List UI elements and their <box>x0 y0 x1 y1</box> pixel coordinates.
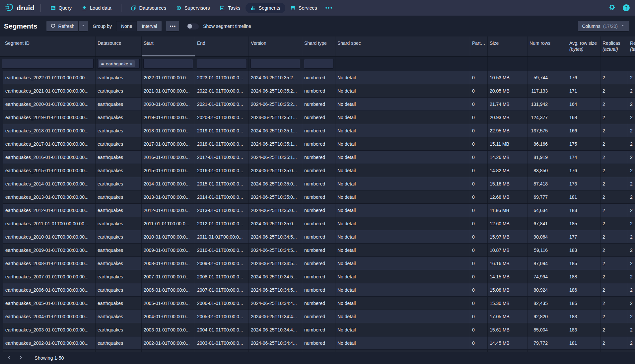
cell-num_rows: 83,850 <box>528 164 567 177</box>
cell-shard_spec: No detail <box>335 283 470 296</box>
table-row[interactable]: earthquakes_2017-01-01T00:00:00.00...ear… <box>3 137 635 151</box>
cell-version: 2024-06-25T10:35:1... <box>249 137 302 150</box>
table-row[interactable]: earthquakes_2015-01-01T00:00:00.00...ear… <box>3 164 635 177</box>
column-header-num_rows[interactable]: Num rows <box>528 36 567 56</box>
cell-version: 2024-06-25T10:34:4... <box>249 310 302 323</box>
prev-page-button[interactable] <box>3 354 15 362</box>
cell-shard_spec: No detail <box>335 177 470 190</box>
table-row[interactable]: earthquakes_2012-01-01T00:00:00.00...ear… <box>3 204 635 217</box>
cell-avg_row_size: 185 <box>567 257 600 270</box>
cell-num_rows: 74,994 <box>528 270 567 283</box>
help-button[interactable]: ? <box>622 4 630 12</box>
refresh-button[interactable]: Refresh <box>46 21 78 31</box>
column-header-start[interactable]: Start <box>142 36 195 56</box>
cell-id: earthquakes_2009-01-01T00:00:00.00... <box>3 244 96 256</box>
cell-version: 2024-06-25T10:35:2... <box>249 84 302 97</box>
column-header-end[interactable]: End <box>195 36 249 56</box>
cell-shard_type: numbered <box>302 124 335 137</box>
group-by-option-interval[interactable]: Interval <box>137 21 162 31</box>
column-header-datasource[interactable]: Datasource <box>96 36 142 56</box>
cell-num_rows: 80,924 <box>528 283 567 296</box>
nav-item-supervisors[interactable]: Supervisors <box>171 3 215 13</box>
chevron-down-icon <box>620 23 625 29</box>
cell-shard_spec: No detail <box>335 297 470 310</box>
column-header-version[interactable]: Version <box>249 36 302 56</box>
table-row[interactable]: earthquakes_2010-01-01T00:00:00.00...ear… <box>3 230 635 244</box>
column-header-replication_factor[interactable]: Replication factor(target) <box>628 36 635 56</box>
table-row[interactable]: earthquakes_2002-01-01T00:00:00.00...ear… <box>3 336 635 350</box>
cell-start: 2007-01-01T00:00:0... <box>142 270 195 283</box>
nav-item-datasources[interactable]: Datasources <box>126 3 171 13</box>
cell-avg_row_size: 185 <box>567 217 600 230</box>
filter-input-id[interactable] <box>2 59 94 69</box>
cell-num_rows: 85,004 <box>528 323 567 336</box>
table-row[interactable]: earthquakes_2004-01-01T00:00:00.00...ear… <box>3 310 635 323</box>
filter-input-end[interactable] <box>197 59 247 69</box>
filter-input-datasource[interactable]: =earthquake× <box>97 59 140 69</box>
nav-item-tasks[interactable]: Tasks <box>215 3 245 13</box>
remove-filter-icon[interactable]: × <box>130 61 133 66</box>
table-row[interactable]: earthquakes_2007-01-01T00:00:00.00...ear… <box>3 270 635 283</box>
nav-item-services[interactable]: Services <box>285 3 322 13</box>
nav-item-segments[interactable]: Segments <box>246 3 285 13</box>
cell-size: 15.11 MB <box>488 137 528 150</box>
cell-start: 2002-01-01T00:00:0... <box>142 336 195 349</box>
filter-input-start[interactable] <box>143 59 193 69</box>
cell-shard_spec: No detail <box>335 164 470 177</box>
filter-input-version[interactable] <box>250 59 300 69</box>
table-row[interactable]: earthquakes_2021-01-01T00:00:00.00...ear… <box>3 84 635 98</box>
cell-replicas: 2 <box>600 111 628 124</box>
table-row[interactable]: earthquakes_2014-01-01T00:00:00.00...ear… <box>3 177 635 190</box>
cell-start: 2003-01-01T00:00:0... <box>142 323 195 336</box>
nav-item-query[interactable]: Query <box>45 3 77 13</box>
table-row[interactable]: earthquakes_2019-01-01T00:00:00.00...ear… <box>3 111 635 124</box>
refresh-dropdown-button[interactable] <box>79 21 88 31</box>
cell-datasource: earthquakes <box>96 151 142 164</box>
toolbar-more-button[interactable]: ••• <box>166 21 179 31</box>
app-logo[interactable]: druid <box>5 3 35 13</box>
cell-replicas: 2 <box>600 217 628 230</box>
cell-datasource: earthquakes <box>96 204 142 217</box>
table-row[interactable]: earthquakes_2022-01-01T00:00:00.00...ear… <box>3 71 635 84</box>
table-row[interactable]: earthquakes_2005-01-01T00:00:00.00...ear… <box>3 297 635 310</box>
cell-id: earthquakes_2016-01-01T00:00:00.00... <box>3 151 96 164</box>
table-row[interactable]: earthquakes_2013-01-01T00:00:00.00...ear… <box>3 190 635 204</box>
column-header-shard_spec[interactable]: Shard spec <box>335 36 470 56</box>
cell-size: 15.61 MB <box>488 323 528 336</box>
column-header-avg_row_size[interactable]: Avg. row size(bytes) <box>567 36 600 56</box>
table-row[interactable]: earthquakes_2009-01-01T00:00:00.00...ear… <box>3 244 635 257</box>
cell-replicas: 2 <box>600 71 628 84</box>
help-icon: ? <box>623 4 630 11</box>
cell-datasource: earthquakes <box>96 297 142 310</box>
table-row[interactable]: earthquakes_2020-01-01T00:00:00.00...ear… <box>3 98 635 111</box>
group-by-option-none[interactable]: None <box>116 21 137 31</box>
column-header-partition[interactable]: Partition <box>470 36 488 56</box>
columns-button[interactable]: Columns (17/20) <box>578 21 629 31</box>
column-header-shard_type[interactable]: Shard type <box>302 36 335 56</box>
cell-replicas: 2 <box>600 323 628 336</box>
table-row[interactable]: earthquakes_2018-01-01T00:00:00.00...ear… <box>3 124 635 137</box>
table-row[interactable]: earthquakes_2016-01-01T00:00:00.00...ear… <box>3 151 635 164</box>
cell-end: 2018-01-01T00:00:0... <box>195 137 249 150</box>
cell-id: earthquakes_2010-01-01T00:00:00.00... <box>3 230 96 243</box>
cell-shard_type: numbered <box>302 217 335 230</box>
table-row[interactable]: earthquakes_2011-01-01T00:00:00.00...ear… <box>3 217 635 230</box>
cell-end: 2017-01-01T00:00:0... <box>195 151 249 164</box>
table-row[interactable]: earthquakes_2003-01-01T00:00:00.00...ear… <box>3 323 635 336</box>
nav-item-load-data[interactable]: Load data <box>77 3 116 13</box>
cell-end: 2020-01-01T00:00:0... <box>195 111 249 124</box>
table-row[interactable]: earthquakes_2008-01-01T00:00:00.00...ear… <box>3 257 635 270</box>
cell-shard_type: numbered <box>302 297 335 310</box>
table-row[interactable]: earthquakes_2006-01-01T00:00:00.00...ear… <box>3 283 635 297</box>
cell-shard_spec: No detail <box>335 71 470 84</box>
nav-more-button[interactable]: ••• <box>322 3 335 13</box>
column-header-replicas[interactable]: Replicas(actual) <box>600 36 628 56</box>
nav-item-label: Query <box>59 5 72 11</box>
settings-button[interactable] <box>608 3 616 12</box>
column-header-size[interactable]: Size <box>488 36 528 56</box>
filter-input-shard_type[interactable] <box>304 59 333 69</box>
segment-timeline-toggle[interactable] <box>186 23 199 30</box>
column-header-id[interactable]: Segment ID <box>0 36 96 56</box>
next-page-button[interactable] <box>15 354 27 362</box>
filter-cell-partition <box>470 57 488 71</box>
